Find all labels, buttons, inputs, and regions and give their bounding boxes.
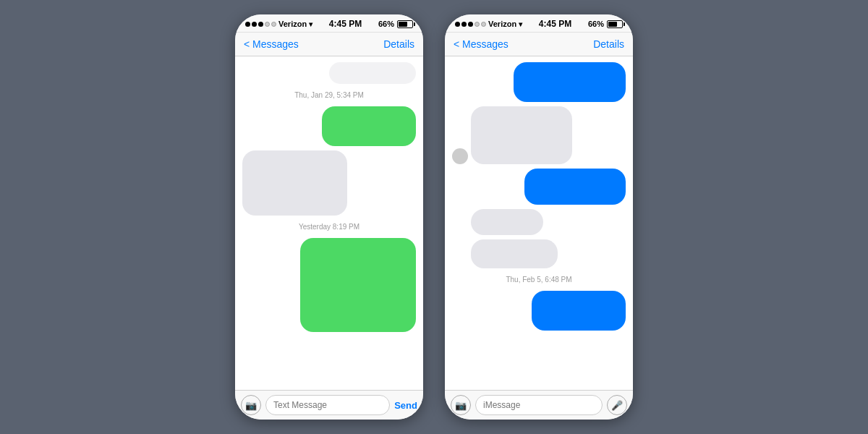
battery-fill-2 bbox=[608, 22, 617, 27]
nav-bar-2: < Messages Details bbox=[445, 33, 633, 56]
bubble-green-1 bbox=[322, 106, 416, 146]
carrier-2: Verizon bbox=[488, 20, 516, 28]
battery-pct-2: 66% bbox=[588, 20, 604, 28]
bubble-green-2 bbox=[300, 238, 416, 332]
dot-10 bbox=[481, 22, 486, 27]
message-input-1[interactable] bbox=[265, 395, 390, 415]
input-bar-1: 📷 Send bbox=[235, 390, 423, 420]
bubble-gray-1 bbox=[242, 150, 347, 216]
timestamp-2-1: Thu, Feb 5, 6:48 PM bbox=[452, 276, 626, 284]
bubble-row-2-6 bbox=[452, 291, 626, 331]
bubble-blue-top bbox=[514, 62, 626, 102]
dot-9 bbox=[475, 22, 480, 27]
bubble-partial bbox=[329, 62, 416, 84]
bubble-row-3 bbox=[242, 238, 416, 332]
wifi-icon-1: ▾ bbox=[309, 20, 312, 28]
battery-pct-1: 66% bbox=[378, 20, 394, 28]
messages-area-1: Thu, Jan 29, 5:34 PM Yesterday 8:19 PM bbox=[235, 56, 423, 390]
phone-2: Verizon ▾ 4:45 PM 66% < Messages Details bbox=[445, 14, 633, 420]
bubble-row-2-2 bbox=[452, 106, 626, 164]
bubble-row-2-3 bbox=[452, 169, 626, 205]
dot-6 bbox=[455, 22, 460, 27]
messages-area-2: Thu, Feb 5, 6:48 PM bbox=[445, 56, 633, 390]
status-bar-2: Verizon ▾ 4:45 PM 66% bbox=[445, 14, 633, 33]
battery-icon-1 bbox=[397, 20, 413, 28]
mic-button[interactable]: 🎤 bbox=[607, 395, 627, 415]
bubble-row-2-4 bbox=[452, 209, 626, 235]
battery-icon-2 bbox=[607, 20, 623, 28]
bubble-row-partial bbox=[242, 62, 416, 84]
status-right-2: 66% bbox=[588, 20, 623, 28]
bubble-row-2 bbox=[242, 150, 416, 216]
dot-1 bbox=[245, 22, 250, 27]
dot-3 bbox=[258, 22, 263, 27]
back-button-1[interactable]: < Messages bbox=[244, 38, 299, 50]
status-right-1: 66% bbox=[378, 20, 413, 28]
bubble-gray-2-3 bbox=[471, 239, 558, 268]
avatar-dot-1 bbox=[452, 148, 468, 164]
carrier-1: Verizon bbox=[278, 20, 307, 28]
status-bar-1: Verizon ▾ 4:45 PM 66% bbox=[235, 14, 423, 33]
dot-2 bbox=[252, 22, 257, 27]
input-bar-2: 📷 🎤 bbox=[445, 390, 633, 420]
bubble-gray-2-2 bbox=[471, 209, 543, 235]
status-left-2: Verizon ▾ bbox=[455, 20, 522, 28]
timestamp-1: Thu, Jan 29, 5:34 PM bbox=[242, 91, 416, 99]
bubble-gray-2-1 bbox=[471, 106, 572, 164]
signal-dots-2 bbox=[455, 22, 486, 27]
dot-4 bbox=[265, 22, 270, 27]
battery-fill-1 bbox=[399, 22, 407, 27]
dot-7 bbox=[461, 22, 467, 27]
camera-button-1[interactable]: 📷 bbox=[241, 395, 261, 415]
bubble-row-2-1 bbox=[452, 62, 626, 102]
time-2: 4:45 PM bbox=[539, 19, 571, 29]
timestamp-2: Yesterday 8:19 PM bbox=[242, 223, 416, 231]
bubble-blue-2 bbox=[524, 169, 626, 205]
detail-button-2[interactable]: Details bbox=[593, 38, 624, 50]
wifi-icon-2: ▾ bbox=[519, 20, 522, 28]
time-1: 4:45 PM bbox=[329, 19, 362, 29]
message-input-2[interactable] bbox=[475, 395, 603, 415]
nav-bar-1: < Messages Details bbox=[235, 33, 423, 56]
detail-button-1[interactable]: Details bbox=[383, 38, 414, 50]
send-button-1[interactable]: Send bbox=[394, 400, 417, 411]
signal-dots-1 bbox=[245, 22, 276, 27]
bubble-blue-3 bbox=[532, 291, 626, 331]
dot-5 bbox=[271, 22, 276, 27]
bubble-row-1 bbox=[242, 106, 416, 146]
back-button-2[interactable]: < Messages bbox=[454, 38, 509, 50]
status-left-1: Verizon ▾ bbox=[245, 20, 312, 28]
dot-8 bbox=[468, 22, 473, 27]
phone-1: Verizon ▾ 4:45 PM 66% < Messages Details… bbox=[235, 14, 423, 420]
bubble-row-2-5 bbox=[452, 239, 626, 268]
camera-button-2[interactable]: 📷 bbox=[451, 395, 471, 415]
